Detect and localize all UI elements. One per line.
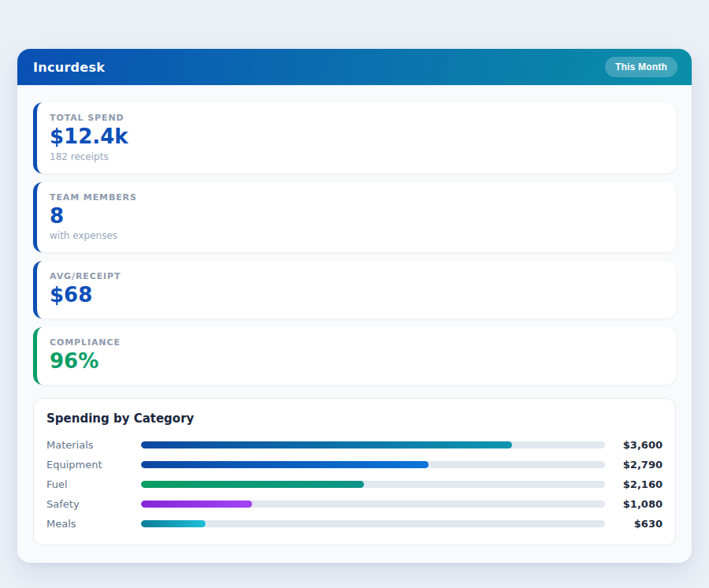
stat-label: TEAM MEMBERS bbox=[50, 192, 663, 203]
stat-label: COMPLIANCE bbox=[50, 337, 663, 348]
stat-value: 8 bbox=[50, 203, 663, 230]
bar-fill bbox=[141, 481, 364, 488]
bar-value: $3,600 bbox=[612, 439, 663, 451]
chart-title: Spending by Category bbox=[46, 411, 663, 426]
bar-fill bbox=[141, 461, 429, 468]
bar-row-meals: Meals $630 bbox=[46, 514, 663, 534]
bar-value: $2,790 bbox=[612, 459, 663, 471]
stat-label: TOTAL SPEND bbox=[50, 113, 663, 123]
bar-value: $630 bbox=[612, 518, 663, 530]
bar-value: $1,080 bbox=[612, 498, 663, 510]
bar-row-materials: Materials $3,600 bbox=[46, 435, 663, 455]
bar-track bbox=[141, 481, 605, 488]
bar-track bbox=[141, 520, 605, 527]
stat-value: $68 bbox=[50, 282, 663, 309]
dashboard-panel: Incurdesk This Month TOTAL SPEND $12.4k … bbox=[17, 49, 692, 563]
bar-row-fuel: Fuel $2,160 bbox=[46, 474, 663, 494]
period-badge[interactable]: This Month bbox=[605, 57, 677, 77]
bar-track bbox=[141, 461, 605, 468]
dashboard-content: TOTAL SPEND $12.4k 182 receipts TEAM MEM… bbox=[17, 85, 692, 563]
stat-subtext: with expenses bbox=[50, 229, 663, 243]
stat-card-avg-receipt: AVG/RECEIPT $68 bbox=[33, 261, 676, 318]
bar-label: Materials bbox=[46, 439, 141, 451]
bar-label: Fuel bbox=[46, 478, 141, 490]
stat-card-total-spend: TOTAL SPEND $12.4k 182 receipts bbox=[33, 102, 676, 173]
bar-label: Meals bbox=[46, 518, 141, 530]
bar-value: $2,160 bbox=[612, 478, 663, 490]
bar-track bbox=[141, 501, 605, 508]
bar-fill bbox=[141, 520, 206, 527]
stat-card-team-members: TEAM MEMBERS 8 with expenses bbox=[33, 182, 676, 253]
spending-by-category-chart: Spending by Category Materials $3,600 Eq… bbox=[33, 398, 676, 545]
bar-row-equipment: Equipment $2,790 bbox=[46, 455, 663, 474]
bar-label: Equipment bbox=[46, 459, 141, 471]
app-title: Incurdesk bbox=[33, 60, 105, 75]
bar-track bbox=[141, 441, 605, 448]
stat-card-compliance: COMPLIANCE 96% bbox=[33, 327, 676, 385]
bar-row-safety: Safety $1,080 bbox=[46, 494, 663, 514]
bar-fill bbox=[141, 501, 252, 508]
bar-label: Safety bbox=[46, 498, 141, 510]
stat-subtext: 182 receipts bbox=[50, 151, 663, 164]
stat-value: 96% bbox=[50, 348, 663, 375]
stat-label: AVG/RECEIPT bbox=[50, 271, 663, 281]
bar-fill bbox=[141, 441, 512, 448]
app-header: Incurdesk This Month bbox=[17, 49, 692, 85]
stat-value: $12.4k bbox=[50, 124, 663, 151]
